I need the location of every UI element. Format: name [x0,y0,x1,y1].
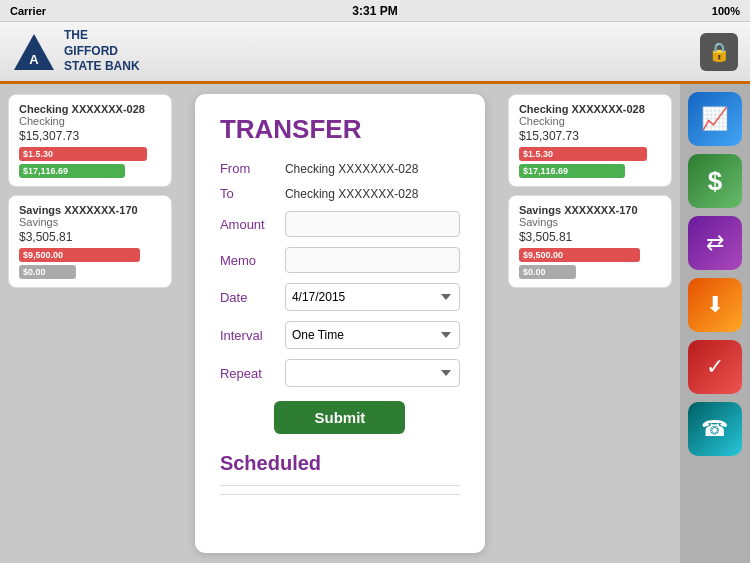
download-icon-button[interactable]: ⬇ [688,278,742,332]
logo-icon: A [12,30,56,74]
app-header: A THE GIFFORD STATE BANK 🔒 [0,22,750,84]
phone-icon-button[interactable]: ☎ [688,402,742,456]
interval-row: Interval One Time Weekly Monthly [220,321,460,349]
carrier-text: Carrier [10,5,46,17]
repeat-select[interactable] [285,359,460,387]
right-panel: Checking XXXXXXX-028 Checking $15,307.73… [500,84,680,563]
right-savings-card[interactable]: Savings XXXXXXX-170 Savings $3,505.81 $9… [508,195,672,288]
left-checking-card[interactable]: Checking XXXXXXX-028 Checking $15,307.73… [8,94,172,187]
interval-label: Interval [220,328,285,343]
date-row: Date 4/17/2015 [220,283,460,311]
left-savings-bars: $9,500.00 $0.00 [19,248,161,279]
right-checking-name: Checking XXXXXXX-028 [519,103,661,115]
from-label: From [220,161,285,176]
left-checking-balance: $15,307.73 [19,129,161,143]
right-savings-bar2: $0.00 [519,265,576,279]
repeat-label: Repeat [220,366,285,381]
icon-panel: 📈 $ ⇄ ⬇ ✓ ☎ [680,84,750,563]
transfer-icon-button[interactable]: ⇄ [688,216,742,270]
scheduled-title: Scheduled [220,452,460,475]
logo-text: THE GIFFORD STATE BANK [64,28,140,75]
transfer-card: TRANSFER From Checking XXXXXXX-028 To Ch… [195,94,485,553]
right-checking-bar1: $1.5.30 [519,147,647,161]
security-icon[interactable]: 🔒 [700,33,738,71]
right-checking-balance: $15,307.73 [519,129,661,143]
left-savings-type: Savings [19,216,161,228]
right-savings-type: Savings [519,216,661,228]
amount-row: Amount [220,211,460,237]
memo-row: Memo [220,247,460,273]
left-checking-name: Checking XXXXXXX-028 [19,103,161,115]
logo-area: A THE GIFFORD STATE BANK [12,28,140,75]
date-select[interactable]: 4/17/2015 [285,283,460,311]
to-label: To [220,186,285,201]
left-savings-name: Savings XXXXXXX-170 [19,204,161,216]
check-icon-button[interactable]: ✓ [688,340,742,394]
memo-label: Memo [220,253,285,268]
scheduled-line-2 [220,494,460,495]
date-label: Date [220,290,285,305]
dollar-icon-button[interactable]: $ [688,154,742,208]
transfer-title: TRANSFER [220,114,460,145]
from-row: From Checking XXXXXXX-028 [220,161,460,176]
right-checking-bars: $1.5.30 $17,116.69 [519,147,661,178]
left-checking-bar1: $1.5.30 [19,147,147,161]
right-savings-name: Savings XXXXXXX-170 [519,204,661,216]
to-row: To Checking XXXXXXX-028 [220,186,460,201]
time-text: 3:31 PM [352,4,397,18]
left-panel: Checking XXXXXXX-028 Checking $15,307.73… [0,84,180,563]
right-checking-card[interactable]: Checking XXXXXXX-028 Checking $15,307.73… [508,94,672,187]
right-checking-type: Checking [519,115,661,127]
repeat-row: Repeat [220,359,460,387]
center-panel: TRANSFER From Checking XXXXXXX-028 To Ch… [180,84,500,563]
right-savings-bar1: $9,500.00 [519,248,640,262]
battery-text: 100% [712,5,740,17]
right-checking-bar2: $17,116.69 [519,164,625,178]
left-checking-bars: $1.5.30 $17,116.69 [19,147,161,178]
amount-input[interactable] [285,211,460,237]
amount-label: Amount [220,217,285,232]
submit-button[interactable]: Submit [274,401,405,434]
right-savings-bars: $9,500.00 $0.00 [519,248,661,279]
left-checking-type: Checking [19,115,161,127]
interval-select[interactable]: One Time Weekly Monthly [285,321,460,349]
main-area: Checking XXXXXXX-028 Checking $15,307.73… [0,84,750,563]
left-savings-balance: $3,505.81 [19,230,161,244]
left-savings-card[interactable]: Savings XXXXXXX-170 Savings $3,505.81 $9… [8,195,172,288]
left-checking-bar2: $17,116.69 [19,164,125,178]
from-value: Checking XXXXXXX-028 [285,162,460,176]
status-bar: Carrier 3:31 PM 100% [0,0,750,22]
left-savings-bar2: $0.00 [19,265,76,279]
scheduled-line-1 [220,485,460,486]
to-value: Checking XXXXXXX-028 [285,187,460,201]
chart-icon-button[interactable]: 📈 [688,92,742,146]
left-savings-bar1: $9,500.00 [19,248,140,262]
memo-input[interactable] [285,247,460,273]
svg-text:A: A [29,52,39,67]
right-savings-balance: $3,505.81 [519,230,661,244]
